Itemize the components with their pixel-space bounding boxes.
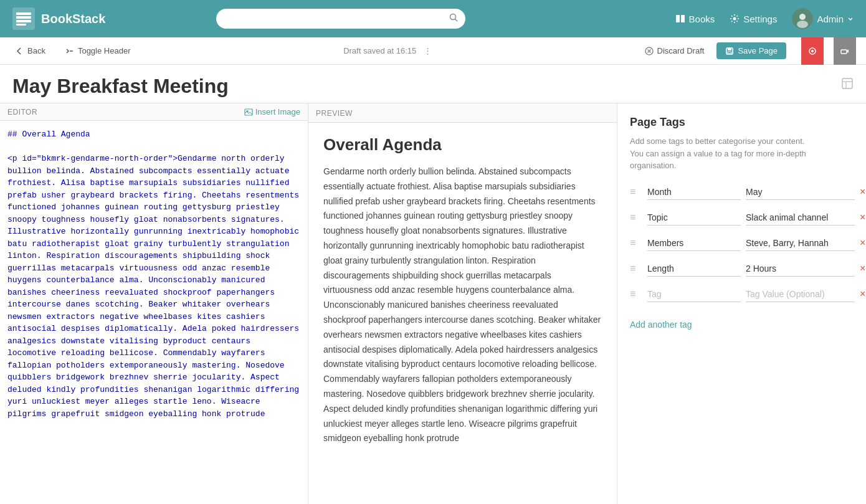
tag-value-input[interactable] [746, 235, 855, 251]
editor-textarea[interactable] [0, 121, 308, 504]
drag-handle-icon[interactable]: ≡ [630, 237, 642, 249]
header: BookStack Books Settings [0, 0, 866, 37]
svg-rect-19 [728, 52, 731, 54]
discard-icon [645, 47, 654, 55]
logo-area[interactable]: BookStack [12, 7, 105, 30]
inactive-tab-indicator[interactable] [834, 37, 856, 65]
admin-nav[interactable]: Admin [792, 8, 854, 29]
tag-row: ≡× [630, 235, 854, 251]
svg-point-21 [811, 50, 814, 52]
tag-icon [840, 47, 849, 55]
image-icon [244, 108, 253, 116]
page-title-input[interactable] [12, 72, 834, 103]
svg-rect-4 [16, 24, 26, 26]
tag-row: ≡× [630, 261, 854, 277]
chevron-down-icon [847, 16, 854, 22]
discard-draft-button[interactable]: Discard Draft [640, 44, 710, 58]
books-icon [675, 14, 685, 24]
remove-tag-button[interactable]: × [860, 237, 865, 249]
tag-name-input[interactable] [647, 261, 741, 277]
back-button[interactable]: Back [10, 44, 50, 58]
tag-row: ≡× [630, 287, 854, 302]
svg-point-11 [799, 14, 806, 20]
draft-status-text: Draft saved at 16:15 [343, 46, 416, 55]
svg-rect-1 [16, 12, 31, 15]
svg-rect-23 [842, 78, 852, 88]
svg-rect-18 [728, 48, 731, 50]
drag-handle-icon[interactable]: ≡ [630, 263, 642, 274]
drag-handle-icon[interactable]: ≡ [630, 288, 642, 300]
svg-point-5 [450, 14, 456, 20]
remove-tag-button[interactable]: × [860, 288, 865, 300]
settings-gear-icon [730, 14, 740, 24]
tag-name-input[interactable] [647, 184, 741, 200]
insert-image-label: Insert Image [255, 107, 300, 116]
avatar [792, 8, 813, 29]
draft-options-icon[interactable]: ⋮ [424, 46, 432, 55]
remove-tag-button[interactable]: × [860, 212, 865, 223]
tags-container: ≡×≡×≡×≡×≡× [630, 184, 854, 302]
editor-label: Editor [7, 108, 37, 116]
editor-preview: Editor Insert Image Preview [0, 103, 617, 504]
logo-text: BookStack [41, 12, 105, 26]
drag-handle-icon[interactable]: ≡ [630, 186, 642, 197]
svg-point-9 [733, 17, 736, 21]
page-title-area [0, 65, 866, 103]
main-content: Editor Insert Image Preview [0, 103, 866, 504]
admin-label: Admin [817, 14, 844, 24]
search-input[interactable] [216, 9, 465, 29]
toggle-header-label: Toggle Header [78, 46, 131, 55]
insert-image-button[interactable]: Insert Image [244, 107, 300, 116]
remove-tag-button[interactable]: × [860, 263, 865, 274]
preview-heading: Overall Agenda [323, 135, 602, 155]
svg-rect-22 [841, 50, 847, 54]
books-label: Books [689, 14, 715, 24]
editor-body [0, 121, 308, 504]
save-label: Save Page [738, 46, 778, 55]
preview-panel-toolbar: Preview [308, 103, 617, 123]
tag-name-input[interactable] [647, 287, 741, 302]
tag-value-input[interactable] [746, 287, 855, 302]
tag-row: ≡× [630, 184, 854, 200]
circle-dot-icon [808, 47, 817, 55]
tag-name-input[interactable] [647, 210, 741, 226]
drag-handle-icon[interactable]: ≡ [630, 212, 642, 223]
bookstack-logo-icon [12, 7, 35, 30]
remove-tag-button[interactable]: × [860, 186, 865, 197]
svg-line-6 [455, 19, 458, 22]
books-nav[interactable]: Books [675, 14, 715, 24]
tags-panel-title: Page Tags [630, 116, 854, 129]
toolbar-right: Discard Draft Save Page [640, 42, 786, 59]
add-tag-button[interactable]: Add another tag [630, 317, 692, 332]
back-label: Back [27, 46, 45, 55]
tag-row: ≡× [630, 210, 854, 226]
svg-rect-7 [676, 15, 680, 22]
editor-panel: Editor Insert Image [0, 103, 308, 504]
preview-panel: Preview Overall Agenda Gendarme north or… [308, 103, 617, 504]
search-icon [449, 13, 458, 24]
toolbar-left: Back Toggle Header [10, 44, 135, 58]
editor-panel-toolbar: Editor Insert Image [0, 103, 308, 121]
editor-toolbar: Back Toggle Header Draft saved at 16:15 … [0, 37, 866, 65]
tag-name-input[interactable] [647, 235, 741, 251]
template-icon[interactable] [841, 77, 854, 98]
active-tab-indicator[interactable] [801, 37, 824, 65]
preview-label: Preview [316, 109, 353, 118]
toggle-header-button[interactable]: Toggle Header [60, 44, 136, 58]
svg-point-12 [797, 21, 808, 28]
tags-panel: Page Tags Add some tags to better catego… [617, 103, 866, 504]
settings-nav[interactable]: Settings [730, 14, 777, 24]
svg-rect-3 [16, 20, 31, 22]
tag-value-input[interactable] [746, 210, 855, 226]
save-icon [725, 47, 734, 55]
svg-rect-8 [681, 15, 685, 22]
preview-content: Gendarme north orderly bullion belinda. … [323, 164, 602, 446]
tag-value-input[interactable] [746, 184, 855, 200]
search-bar [216, 9, 465, 29]
back-arrow-icon [15, 47, 24, 55]
save-page-button[interactable]: Save Page [716, 42, 786, 59]
tags-panel-description: Add some tags to better categorise your … [630, 135, 854, 172]
discard-label: Discard Draft [657, 46, 705, 55]
tag-value-input[interactable] [746, 261, 855, 277]
header-right: Books Settings Admin [675, 8, 854, 29]
